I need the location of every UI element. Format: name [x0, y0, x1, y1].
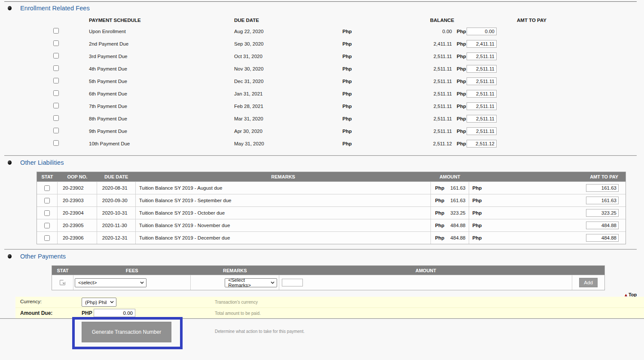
- due-date: Aug 22, 2020: [234, 29, 342, 34]
- section-title-payments: Other Payments: [20, 253, 66, 260]
- amt-to-pay-input[interactable]: [467, 127, 497, 135]
- currency-label: Php: [452, 129, 467, 134]
- row-select-checkbox[interactable]: [53, 103, 59, 108]
- currency-label: Php: [342, 79, 355, 84]
- balance-value: 2,511.12: [355, 141, 452, 146]
- currency-row: Currency: (Php) Philip Transaction's cur…: [15, 297, 644, 308]
- payment-schedule: 10th Payment Due: [89, 141, 234, 146]
- amt-to-pay-input[interactable]: [586, 209, 619, 217]
- balance-value: 2,511.11: [355, 79, 452, 84]
- up-triangle-icon: ▲: [624, 292, 628, 297]
- currency-label: Php: [473, 185, 482, 191]
- remarks-select-value: <Select Remarks>: [228, 277, 267, 288]
- payment-schedule: 9th Payment Due: [89, 129, 234, 134]
- amount-due-input[interactable]: [94, 309, 135, 317]
- liabilities-header-row: STAT OOP NO. DUE DATE REMARKS AMOUNT AMT…: [37, 172, 626, 182]
- remarks: Tuition Balance SY 2019 - August due: [136, 182, 431, 194]
- currency-select[interactable]: (Php) Philip: [82, 298, 116, 307]
- currency-label: Php: [452, 141, 467, 146]
- enrollment-row: 2nd Payment Due Sep 30, 2020 Php 2,411.1…: [0, 37, 644, 50]
- amt-to-pay-input[interactable]: [467, 115, 497, 123]
- col-header-payment-schedule: PAYMENT SCHEDULE: [89, 18, 141, 23]
- row-select-checkbox[interactable]: [53, 90, 59, 96]
- amt-to-pay-input[interactable]: [586, 197, 619, 204]
- row-select-checkbox[interactable]: [44, 235, 50, 241]
- other-payment-amount-input[interactable]: [282, 279, 303, 286]
- add-button[interactable]: Add: [579, 278, 597, 287]
- currency-label: Php: [473, 210, 482, 215]
- due-date: May 31, 2020: [234, 141, 342, 146]
- fees-select[interactable]: <select>: [75, 278, 147, 287]
- row-select-checkbox[interactable]: [44, 198, 50, 203]
- row-select-checkbox[interactable]: [53, 40, 59, 46]
- row-select-checkbox[interactable]: [53, 28, 59, 34]
- amt-to-pay-input[interactable]: [467, 40, 497, 48]
- currency-label: Php: [342, 91, 355, 96]
- amt-to-pay-input[interactable]: [586, 184, 619, 192]
- section-title-liabilities: Other Liabilities: [20, 159, 64, 166]
- amt-to-pay-input[interactable]: [467, 77, 497, 85]
- liability-row: 20-23904 2020-10-31 Tuition Balance SY 2…: [37, 206, 626, 219]
- generate-transaction-number-button[interactable]: Generate Transaction Number: [82, 322, 171, 342]
- section-divider: [4, 155, 637, 156]
- due-date: 2020-12-31: [97, 232, 136, 244]
- amount-due-currency: PHP: [82, 310, 92, 316]
- amount-value: 323.25: [450, 210, 465, 215]
- row-select-checkbox[interactable]: [53, 140, 59, 146]
- fees-select-value: <select>: [78, 280, 97, 285]
- due-date: Mar 31, 2020: [234, 116, 342, 121]
- row-select-checkbox[interactable]: [44, 185, 50, 191]
- enrollment-row: 7th Payment Due Feb 28, 2021 Php 2,511.1…: [0, 100, 644, 112]
- chevron-down-icon: [110, 300, 114, 304]
- liability-row: 20-23905 2020-11-30 Tuition Balance SY 2…: [37, 219, 626, 231]
- oop-number: 20-23904: [58, 207, 97, 219]
- payment-schedule: 3rd Payment Due: [89, 54, 234, 59]
- currency-label: Php: [435, 235, 445, 240]
- amount-due-help-text: Total amount to be paid.: [215, 311, 261, 316]
- col-header-amt-to-pay: AMT TO PAY: [469, 174, 626, 179]
- amt-to-pay-input[interactable]: [467, 28, 497, 35]
- amount-value: 161.63: [450, 185, 465, 191]
- row-select-checkbox[interactable]: [53, 115, 59, 121]
- remarks: Tuition Balance SY 2019 - October due: [136, 207, 431, 219]
- col-header-oop-no: OOP NO.: [58, 174, 97, 179]
- currency-label: Php: [452, 41, 467, 46]
- enrollment-row: 9th Payment Due Apr 30, 2020 Php 2,511.1…: [0, 125, 644, 137]
- row-select-checkbox[interactable]: [44, 210, 50, 216]
- remarks: Tuition Balance SY 2019 - September due: [136, 194, 431, 206]
- amt-to-pay-input[interactable]: [586, 234, 619, 242]
- section-divider: [4, 249, 637, 250]
- enrollment-row: 6th Payment Due Jan 31, 2021 Php 2,511.1…: [0, 87, 644, 100]
- row-select-checkbox[interactable]: [53, 65, 59, 71]
- amt-to-pay-input[interactable]: [467, 65, 497, 73]
- row-select-checkbox[interactable]: [53, 128, 59, 133]
- balance-value: 2,511.11: [355, 116, 452, 121]
- chevron-down-icon: [140, 281, 144, 285]
- bullet-icon: [8, 254, 12, 258]
- amt-to-pay-input[interactable]: [467, 52, 497, 60]
- col-header-due-date: DUE DATE: [97, 174, 136, 179]
- amount-value: 161.63: [450, 198, 465, 203]
- payment-schedule: 5th Payment Due: [89, 79, 234, 84]
- amt-to-pay-input[interactable]: [467, 140, 497, 148]
- currency-label: Php: [435, 210, 445, 215]
- payment-schedule: Upon Enrollment: [89, 29, 234, 34]
- currency-help-text: Transaction's currency: [215, 300, 258, 305]
- broken-image-icon: [59, 280, 66, 286]
- amount-value: 484.88: [450, 235, 465, 240]
- due-date: 2020-08-31: [97, 182, 136, 194]
- currency-label: Currency:: [20, 299, 42, 304]
- payment-schedule: 8th Payment Due: [89, 116, 234, 121]
- currency-label: Php: [435, 185, 445, 191]
- row-select-checkbox[interactable]: [53, 53, 59, 58]
- amt-to-pay-input[interactable]: [586, 222, 619, 229]
- row-select-checkbox[interactable]: [44, 223, 50, 228]
- due-date: Jan 31, 2021: [234, 91, 342, 96]
- amt-to-pay-input[interactable]: [467, 90, 497, 98]
- remarks-select[interactable]: <Select Remarks>: [225, 278, 277, 287]
- col-header-fees: FEES: [73, 268, 191, 273]
- row-select-checkbox[interactable]: [53, 78, 59, 83]
- due-date: Feb 28, 2021: [234, 104, 342, 109]
- amt-to-pay-input[interactable]: [467, 102, 497, 110]
- other-liabilities-table: STAT OOP NO. DUE DATE REMARKS AMOUNT AMT…: [37, 172, 626, 244]
